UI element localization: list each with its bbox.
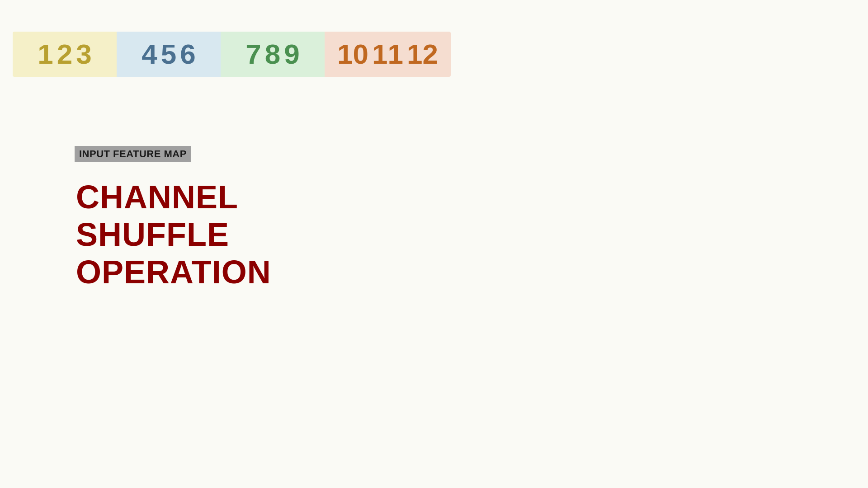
channel-shuffle-operation-text: CHANNEL SHUFFLE OPERATION bbox=[76, 178, 271, 291]
channel-num-1: 1 bbox=[38, 40, 53, 68]
channel-num-5: 5 bbox=[161, 40, 176, 68]
input-feature-map-label: INPUT FEATURE MAP bbox=[75, 146, 191, 162]
channel-num-12: 12 bbox=[407, 40, 438, 68]
channel-num-10: 10 bbox=[337, 40, 368, 68]
channel-shuffle-line2: SHUFFLE bbox=[76, 216, 271, 253]
channel-num-7: 7 bbox=[245, 40, 261, 68]
channel-num-11: 11 bbox=[372, 40, 403, 68]
channel-group-1: 1 2 3 bbox=[13, 32, 117, 77]
channel-num-9: 9 bbox=[284, 40, 299, 68]
channel-num-8: 8 bbox=[265, 40, 280, 68]
channel-num-2: 2 bbox=[57, 40, 72, 68]
channel-group-4: 10 11 12 bbox=[325, 32, 451, 77]
channel-bar: 1 2 3 4 5 6 7 8 9 10 11 12 bbox=[13, 32, 451, 77]
channel-shuffle-line3: OPERATION bbox=[76, 253, 271, 291]
channel-num-3: 3 bbox=[76, 40, 91, 68]
channel-group-2: 4 5 6 bbox=[117, 32, 221, 77]
channel-shuffle-line1: CHANNEL bbox=[76, 178, 271, 216]
channel-num-6: 6 bbox=[180, 40, 195, 68]
channel-num-4: 4 bbox=[142, 40, 157, 68]
channel-group-3: 7 8 9 bbox=[221, 32, 325, 77]
